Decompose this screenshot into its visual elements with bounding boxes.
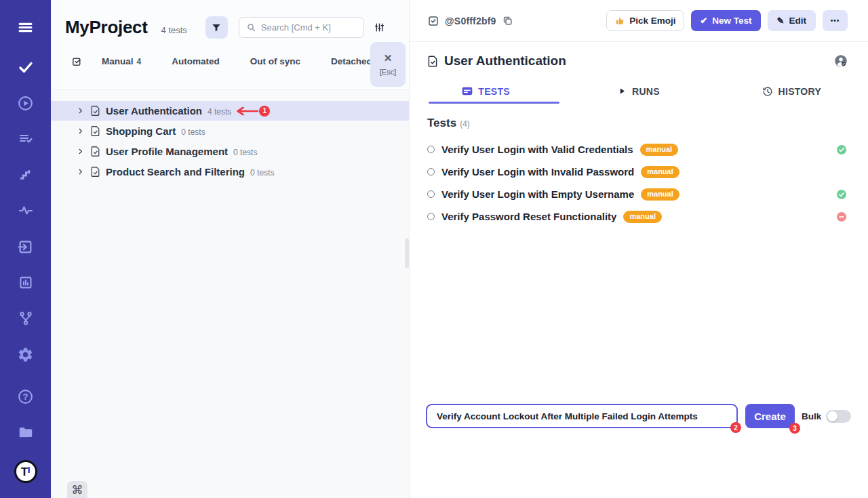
pick-emoji-button[interactable]: Pick Emoji xyxy=(606,10,684,31)
analytics-icon[interactable] xyxy=(17,274,35,291)
help-icon[interactable]: ? xyxy=(17,388,35,405)
suite-row-product-search-and-filtering[interactable]: Product Search and Filtering 0 tests xyxy=(51,162,409,182)
tests-section-count: (4) xyxy=(460,119,470,129)
create-button[interactable]: Create xyxy=(745,404,795,428)
test-select-circle[interactable] xyxy=(427,213,435,220)
select-all-icon[interactable] xyxy=(71,56,83,67)
status-passed-icon xyxy=(837,145,846,154)
annotation-step-1: 1 xyxy=(235,106,270,117)
tests-check-icon[interactable] xyxy=(17,58,35,76)
test-title[interactable]: Verify User Login with Valid Credentials xyxy=(441,144,633,155)
test-row[interactable]: Verify Password Reset Functionality manu… xyxy=(427,205,846,228)
play-circle-icon[interactable] xyxy=(17,94,35,112)
suites-panel-header: MyProject 4 tests Manual4 Autom xyxy=(51,0,409,90)
chevron-right-icon[interactable] xyxy=(77,168,84,175)
pick-emoji-label: Pick Emoji xyxy=(629,16,675,26)
test-plans-icon[interactable] xyxy=(17,130,35,148)
manual-badge: manual xyxy=(641,166,679,178)
command-key-button[interactable]: ⌘ xyxy=(67,481,87,498)
search-box[interactable] xyxy=(239,17,364,38)
suite-title: User Authentication xyxy=(444,54,566,68)
import-icon[interactable] xyxy=(17,238,35,255)
suite-detail-panel: @S0fff2bf9 Pick Emoji ✔ New Test ✎ Edit … xyxy=(410,0,868,498)
tab-detached-label: Detached xyxy=(331,56,372,66)
chevron-right-icon[interactable] xyxy=(77,107,84,115)
create-test-bar: 2 Create 3 Bulk xyxy=(426,404,851,428)
search-input[interactable] xyxy=(261,22,357,33)
suite-name[interactable]: User Profile Management xyxy=(106,146,228,157)
edit-button[interactable]: ✎ Edit xyxy=(768,10,816,31)
esc-key-hint: [Esc] xyxy=(380,68,396,76)
bulk-label: Bulk xyxy=(802,411,821,421)
test-title[interactable]: Verify User Login with Invalid Password xyxy=(441,166,634,178)
detail-tabs: TESTS RUNS HISTORY xyxy=(410,79,868,104)
new-test-label: New Test xyxy=(712,16,751,26)
steps-icon[interactable] xyxy=(17,166,35,184)
test-title[interactable]: Verify User Login with Empty Username xyxy=(441,188,634,200)
test-select-circle[interactable] xyxy=(427,146,435,153)
tab-out-of-sync[interactable]: Out of sync xyxy=(250,56,300,66)
projects-folder-icon[interactable] xyxy=(17,423,35,441)
manual-badge: manual xyxy=(640,144,679,156)
tab-runs[interactable]: RUNS xyxy=(562,79,715,104)
play-icon xyxy=(618,87,627,96)
tab-history[interactable]: HISTORY xyxy=(715,79,868,104)
settings-gear-icon[interactable] xyxy=(17,346,35,363)
tab-automated[interactable]: Automated xyxy=(172,56,220,66)
bulk-toggle[interactable] xyxy=(826,410,851,423)
edit-label: Edit xyxy=(789,16,807,26)
suite-row-user-authentication[interactable]: User Authentication 4 tests 1 xyxy=(51,101,409,121)
test-select-circle[interactable] xyxy=(427,190,435,198)
suite-count: 0 tests xyxy=(250,167,274,178)
branch-icon[interactable] xyxy=(17,310,35,327)
suite-name[interactable]: User Authentication xyxy=(106,105,202,117)
detail-topbar: @S0fff2bf9 Pick Emoji ✔ New Test ✎ Edit … xyxy=(410,0,868,42)
tab-automated-label: Automated xyxy=(172,56,220,66)
tests-section: Tests (4) Verify User Login with Valid C… xyxy=(410,104,868,228)
suite-name[interactable]: Product Search and Filtering xyxy=(106,166,245,178)
tab-manual[interactable]: Manual4 xyxy=(102,56,141,66)
sliders-icon[interactable] xyxy=(374,22,385,33)
suite-doc-icon xyxy=(90,146,100,157)
esc-popover: ✕ [Esc] xyxy=(370,42,406,87)
copy-icon[interactable] xyxy=(502,15,513,26)
suite-row-shopping-cart[interactable]: Shopping Cart 0 tests xyxy=(51,121,409,141)
filter-button[interactable] xyxy=(205,16,228,39)
tab-detached[interactable]: Detached xyxy=(331,56,372,66)
test-select-circle[interactable] xyxy=(427,168,435,175)
test-row[interactable]: Verify User Login with Invalid Password … xyxy=(427,161,846,183)
suite-doc-icon xyxy=(90,105,100,117)
new-test-title-input[interactable] xyxy=(426,404,738,428)
close-icon[interactable]: ✕ xyxy=(384,53,393,63)
assignee-avatar[interactable] xyxy=(834,54,848,68)
new-test-button[interactable]: ✔ New Test xyxy=(691,10,760,31)
pencil-icon: ✎ xyxy=(777,16,785,25)
chevron-right-icon[interactable] xyxy=(77,127,84,135)
more-options-button[interactable]: ••• xyxy=(823,10,848,31)
command-icon: ⌘ xyxy=(72,483,83,497)
tests-card-icon xyxy=(462,87,473,96)
test-row[interactable]: Verify User Login with Valid Credentials… xyxy=(427,138,846,161)
app-sidebar: ? T xyxy=(0,0,51,498)
check-icon: ✔ xyxy=(700,16,707,25)
project-tests-count: 4 tests xyxy=(161,25,187,35)
search-icon xyxy=(246,22,256,33)
app-logo[interactable]: T xyxy=(14,460,37,483)
tab-tests[interactable]: TESTS xyxy=(410,79,562,104)
suite-doc-icon xyxy=(90,166,100,178)
chevron-right-icon[interactable] xyxy=(77,148,84,155)
suite-name[interactable]: Shopping Cart xyxy=(106,125,176,137)
svg-text:?: ? xyxy=(23,391,28,401)
tab-runs-label: RUNS xyxy=(632,86,660,97)
filter-tabs: Manual4 Automated Out of sync Detached xyxy=(51,56,409,67)
suite-row-user-profile-management[interactable]: User Profile Management 0 tests xyxy=(51,142,409,161)
create-button-label: Create xyxy=(754,411,786,422)
test-row[interactable]: Verify User Login with Empty Username ma… xyxy=(427,183,846,205)
menu-icon[interactable] xyxy=(17,18,35,36)
suite-count: 4 tests xyxy=(208,106,231,117)
panel-scrollbar[interactable] xyxy=(405,238,409,268)
suites-panel: MyProject 4 tests Manual4 Autom xyxy=(51,0,410,498)
pulse-icon[interactable] xyxy=(17,202,35,220)
test-title[interactable]: Verify Password Reset Functionality xyxy=(441,211,616,222)
suite-ref-id: @S0fff2bf9 xyxy=(445,16,496,26)
